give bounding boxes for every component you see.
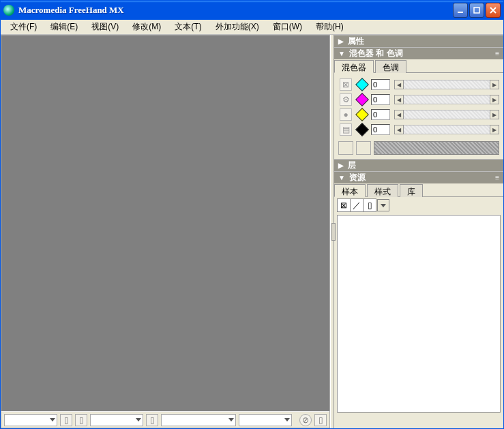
tab-mixer[interactable]: 混色器: [334, 60, 374, 73]
minimize-icon: [457, 7, 464, 14]
status-icon-1[interactable]: ▯: [60, 414, 72, 426]
magenta-value-input[interactable]: [371, 94, 390, 105]
panel-mixer-body: 混色器 色调 ⊠ ◀ ▶ ⚙: [334, 59, 503, 159]
menu-modify[interactable]: 修改(M): [125, 21, 168, 33]
slider-left-button[interactable]: ◀: [394, 95, 404, 104]
svg-rect-1: [474, 8, 479, 13]
chevron-down-icon: [50, 418, 55, 421]
slider-left-button[interactable]: ◀: [394, 110, 404, 119]
tab-tint[interactable]: 色调: [375, 60, 406, 73]
panel-menu-icon[interactable]: ≡: [495, 50, 499, 57]
canvas-blank[interactable]: [1, 35, 329, 411]
chevron-down-icon: [284, 418, 290, 421]
svg-rect-0: [458, 12, 463, 13]
panel-title-label: 资源: [349, 172, 366, 183]
slider-right-button[interactable]: ▶: [490, 125, 499, 134]
maximize-button[interactable]: [469, 3, 484, 18]
menu-file[interactable]: 文件(F): [3, 21, 44, 33]
slider-left-button[interactable]: ◀: [394, 125, 404, 134]
close-button[interactable]: [486, 3, 501, 18]
collapse-arrow-icon: ▼: [338, 50, 345, 57]
status-icon-end[interactable]: ▯: [314, 414, 327, 426]
status-icon-3[interactable]: ▯: [146, 414, 158, 426]
cyan-value-input[interactable]: [371, 79, 390, 90]
black-slider[interactable]: ◀ ▶: [394, 124, 499, 135]
fill-color-icon[interactable]: ⊠: [337, 198, 351, 212]
panel-title-label: 层: [348, 160, 356, 171]
tab-styles[interactable]: 样式: [367, 184, 398, 197]
window-buttons: [453, 3, 501, 18]
chevron-down-icon: [136, 418, 141, 421]
panel-title-resources[interactable]: ▼ 资源 ≡: [334, 171, 503, 183]
status-units-drop[interactable]: [161, 414, 236, 426]
menu-window[interactable]: 窗口(W): [266, 21, 309, 33]
mixer-mode-icon-2[interactable]: ⚙: [340, 93, 352, 106]
panels-dock: ▶ 属性 ▼ 混色器 和 色调 ≡ 混色器 色调 ⊠: [334, 35, 503, 428]
minimize-button[interactable]: [453, 3, 468, 18]
mixer-row-c: ⊠ ◀ ▶: [338, 77, 499, 92]
panel-splitter[interactable]: [330, 35, 334, 428]
add-to-swatches-button[interactable]: [338, 141, 353, 155]
canvas-area: ▯ ▯ ▯ ⊘ ▯: [1, 35, 330, 428]
tab-swatches[interactable]: 样本: [334, 184, 366, 197]
add-to-swatches-button-2[interactable]: [356, 141, 371, 155]
mixer-mode-icon-3[interactable]: ●: [340, 108, 352, 121]
slider-track[interactable]: [404, 80, 490, 89]
slider-track[interactable]: [404, 125, 490, 134]
magenta-swatch-icon: [355, 93, 369, 106]
swatches-list[interactable]: [337, 215, 501, 413]
slider-track[interactable]: [404, 95, 490, 104]
slider-track[interactable]: [404, 110, 490, 119]
panel-title-mixer[interactable]: ▼ 混色器 和 色调 ≡: [334, 47, 503, 59]
mixer-bottom-row: [338, 141, 499, 155]
expand-arrow-icon: ▶: [338, 162, 344, 169]
status-icon-2[interactable]: ▯: [75, 414, 87, 426]
slider-right-button[interactable]: ▶: [490, 95, 499, 104]
chevron-down-icon: [228, 418, 234, 421]
menu-xtras[interactable]: 外加功能(X): [209, 21, 266, 33]
black-value-input[interactable]: [371, 124, 390, 135]
window-title: Macromedia FreeHand MX: [18, 5, 453, 16]
mixer-tabs: 混色器 色调: [334, 59, 503, 73]
panel-title-label: 混色器 和 色调: [349, 48, 403, 59]
panel-resources-body: 样本 样式 库 ⊠ ／ ▯: [334, 183, 503, 415]
panel-menu-icon[interactable]: ≡: [495, 174, 499, 181]
yellow-slider[interactable]: ◀ ▶: [394, 109, 499, 120]
collapse-arrow-icon: ▼: [338, 174, 345, 181]
content-area: ▯ ▯ ▯ ⊘ ▯ ▶ 属性 ▼ 混色器 和 色调 ≡: [1, 35, 503, 428]
swatch-options-dropdown[interactable]: [377, 199, 389, 211]
slider-right-button[interactable]: ▶: [490, 80, 499, 89]
tab-library[interactable]: 库: [400, 184, 423, 197]
mixer-mode-icon-1[interactable]: ⊠: [340, 78, 352, 91]
mixer-row-k: ▤ ◀ ▶: [338, 122, 499, 137]
menubar: 文件(F) 编辑(E) 视图(V) 修改(M) 文本(T) 外加功能(X) 窗口…: [1, 20, 503, 35]
menu-text[interactable]: 文本(T): [168, 21, 208, 33]
status-cancel-icon[interactable]: ⊘: [299, 414, 312, 426]
both-color-icon[interactable]: ▯: [363, 198, 376, 212]
panel-title-layers[interactable]: ▶ 层: [334, 159, 503, 171]
status-drop-2[interactable]: [90, 414, 143, 426]
maximize-icon: [473, 7, 480, 14]
mixer-content: ⊠ ◀ ▶ ⚙ ◀: [334, 73, 503, 159]
swatches-toolbar: ⊠ ／ ▯: [334, 197, 503, 213]
menu-edit[interactable]: 编辑(E): [44, 21, 85, 33]
magenta-slider[interactable]: ◀ ▶: [394, 94, 499, 105]
cyan-swatch-icon: [355, 78, 369, 91]
cyan-slider[interactable]: ◀ ▶: [394, 79, 499, 90]
color-preview[interactable]: [374, 141, 499, 155]
status-drop-4[interactable]: [239, 414, 292, 426]
app-window: Macromedia FreeHand MX 文件(F) 编辑(E) 视图(V)…: [0, 0, 504, 429]
yellow-value-input[interactable]: [371, 109, 390, 120]
panel-title-properties[interactable]: ▶ 属性: [334, 35, 503, 47]
stroke-color-icon[interactable]: ／: [350, 198, 364, 212]
menu-view[interactable]: 视图(V): [85, 21, 125, 33]
black-swatch-icon: [355, 123, 369, 136]
slider-right-button[interactable]: ▶: [490, 110, 499, 119]
slider-left-button[interactable]: ◀: [394, 80, 404, 89]
chevron-down-icon: [381, 204, 386, 207]
mixer-row-m: ⚙ ◀ ▶: [338, 92, 499, 107]
mixer-mode-icon-4[interactable]: ▤: [340, 123, 352, 136]
status-zoom-drop[interactable]: [4, 414, 57, 426]
titlebar[interactable]: Macromedia FreeHand MX: [1, 1, 503, 20]
menu-help[interactable]: 帮助(H): [309, 21, 351, 33]
